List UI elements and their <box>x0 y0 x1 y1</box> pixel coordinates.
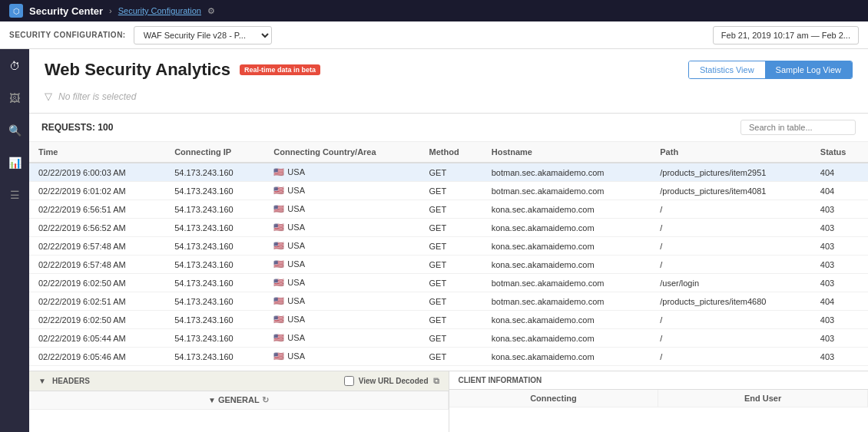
client-title-bar: CLIENT INFORMATION <box>449 371 869 390</box>
client-col2: End User <box>658 390 868 407</box>
cell-time: 02/22/2019 6:57:48 AM <box>29 256 165 274</box>
cell-status: 404 <box>811 292 868 311</box>
table-header-bar: REQUESTS: 100 <box>29 114 868 142</box>
table-head: Time Connecting IP Connecting Country/Ar… <box>29 142 868 163</box>
cell-status: 404 <box>811 163 868 182</box>
cell-status: 403 <box>811 237 868 256</box>
cell-country: 🇺🇸USA <box>264 200 419 219</box>
cell-ip[interactable]: 54.173.243.160 <box>165 219 264 237</box>
cell-ip[interactable]: 54.173.243.160 <box>165 292 264 311</box>
cell-status: 403 <box>811 311 868 329</box>
cell-ip[interactable]: 54.173.243.160 <box>165 329 264 348</box>
cell-method: GET <box>420 348 482 366</box>
table-row[interactable]: 02/22/2019 6:05:44 AM 54.173.243.160 🇺🇸U… <box>29 329 868 348</box>
sidebar-icon-search[interactable]: 🔍 <box>5 121 24 140</box>
cell-hostname: kona.sec.akamaidemo.com <box>482 329 651 348</box>
headers-title-bar: ▼ HEADERS View URL Decoded ⧉ <box>29 371 449 391</box>
cell-time: 02/22/2019 6:01:02 AM <box>29 182 165 200</box>
cell-method: GET <box>420 200 482 219</box>
cell-ip[interactable]: 54.173.243.160 <box>165 311 264 329</box>
table-row[interactable]: 02/22/2019 6:56:52 AM 54.173.243.160 🇺🇸U… <box>29 219 868 237</box>
cell-time: 02/22/2019 6:02:51 AM <box>29 292 165 311</box>
client-sub-row: Connecting End User <box>449 390 869 407</box>
cell-ip[interactable]: 54.173.243.160 <box>165 274 264 292</box>
table-row[interactable]: 02/22/2019 6:57:48 AM 54.173.243.160 🇺🇸U… <box>29 256 868 274</box>
data-table: Time Connecting IP Connecting Country/Ar… <box>29 142 868 366</box>
cell-hostname: botman.sec.akamaidemo.com <box>482 182 651 200</box>
cell-country: 🇺🇸USA <box>264 219 419 237</box>
sidebar-icon-image[interactable]: 🖼 <box>5 89 24 107</box>
general-chevron-icon: ▼ <box>208 396 216 404</box>
cell-country: 🇺🇸USA <box>264 256 419 274</box>
table-search-input[interactable] <box>740 120 856 135</box>
filter-icon: ▽ <box>45 91 52 102</box>
cell-ip[interactable]: 54.173.243.160 <box>165 237 264 256</box>
sample-log-view-btn[interactable]: Sample Log View <box>765 61 852 78</box>
cell-hostname: kona.sec.akamaidemo.com <box>482 237 651 256</box>
table-row[interactable]: 02/22/2019 6:56:51 AM 54.173.243.160 🇺🇸U… <box>29 200 868 219</box>
nav-sub-link[interactable]: Security Configuration <box>118 6 201 15</box>
cell-method: GET <box>420 219 482 237</box>
cell-country: 🇺🇸USA <box>264 348 419 366</box>
cell-status: 403 <box>811 200 868 219</box>
table-row[interactable]: 02/22/2019 6:02:50 AM 54.173.243.160 🇺🇸U… <box>29 274 868 292</box>
cell-method: GET <box>420 256 482 274</box>
col-country: Connecting Country/Area <box>264 142 419 163</box>
content-area: Web Security Analytics Real-time data in… <box>29 49 868 432</box>
table-row[interactable]: 02/22/2019 6:02:51 AM 54.173.243.160 🇺🇸U… <box>29 292 868 311</box>
cell-country: 🇺🇸USA <box>264 292 419 311</box>
cell-ip[interactable]: 54.173.243.160 <box>165 256 264 274</box>
cell-country: 🇺🇸USA <box>264 237 419 256</box>
url-decoded-checkbox[interactable] <box>344 376 354 386</box>
nav-link-symbol: ⚙ <box>207 6 215 16</box>
cell-ip[interactable]: 54.173.243.160 <box>165 182 264 200</box>
copy-icon[interactable]: ⧉ <box>433 376 439 386</box>
table-section: REQUESTS: 100 Time Connecting IP Connect… <box>29 114 868 371</box>
refresh-icon[interactable]: ↻ <box>262 395 269 404</box>
cell-hostname: kona.sec.akamaidemo.com <box>482 348 651 366</box>
sidebar-icon-list[interactable]: ☰ <box>5 186 24 204</box>
page-title: Web Security Analytics <box>45 60 230 80</box>
cell-ip[interactable]: 54.173.243.160 <box>165 348 264 366</box>
table-row[interactable]: 02/22/2019 6:00:03 AM 54.173.243.160 🇺🇸U… <box>29 163 868 182</box>
col-time: Time <box>29 142 165 163</box>
cell-country: 🇺🇸USA <box>264 311 419 329</box>
cell-hostname: botman.sec.akamaidemo.com <box>482 163 651 182</box>
table-wrapper: Time Connecting IP Connecting Country/Ar… <box>29 142 868 371</box>
table-row[interactable]: 02/22/2019 6:02:50 AM 54.173.243.160 🇺🇸U… <box>29 311 868 329</box>
cell-path: / <box>651 311 811 329</box>
cell-path: / <box>651 237 811 256</box>
config-bar: SECURITY CONFIGURATION: WAF Security Fil… <box>0 21 868 49</box>
col-connecting-ip: Connecting IP <box>165 142 264 163</box>
cell-hostname: kona.sec.akamaidemo.com <box>482 200 651 219</box>
cell-country: 🇺🇸USA <box>264 274 419 292</box>
url-decoded-row: View URL Decoded ⧉ <box>344 376 439 386</box>
cell-hostname: botman.sec.akamaidemo.com <box>482 274 651 292</box>
general-row: ▼ GENERAL ↻ <box>29 391 449 410</box>
statistics-view-btn[interactable]: Statistics View <box>689 61 765 78</box>
table-header-row: Time Connecting IP Connecting Country/Ar… <box>29 142 868 163</box>
table-row[interactable]: 02/22/2019 6:05:46 AM 54.173.243.160 🇺🇸U… <box>29 348 868 366</box>
date-range[interactable]: Feb 21, 2019 10:17 am — Feb 2... <box>713 26 859 45</box>
view-toggle: Statistics View Sample Log View <box>688 61 853 79</box>
cell-status: 403 <box>811 348 868 366</box>
cell-path: /user/login <box>651 274 811 292</box>
cell-method: GET <box>420 237 482 256</box>
col-method: Method <box>420 142 482 163</box>
table-row[interactable]: 02/22/2019 6:01:02 AM 54.173.243.160 🇺🇸U… <box>29 182 868 200</box>
cell-path: / <box>651 348 811 366</box>
cell-time: 02/22/2019 6:05:46 AM <box>29 348 165 366</box>
cell-ip[interactable]: 54.173.243.160 <box>165 200 264 219</box>
cell-hostname: kona.sec.akamaidemo.com <box>482 256 651 274</box>
sidebar-icon-timer[interactable]: ⏱ <box>5 57 24 75</box>
general-label: ▼ GENERAL ↻ <box>29 391 449 409</box>
config-select[interactable]: WAF Security File v28 - P... <box>134 26 272 45</box>
cell-method: GET <box>420 274 482 292</box>
client-col1: Connecting <box>449 390 659 407</box>
headers-title: HEADERS <box>52 377 90 385</box>
col-path: Path <box>651 142 811 163</box>
table-row[interactable]: 02/22/2019 6:57:48 AM 54.173.243.160 🇺🇸U… <box>29 237 868 256</box>
cell-hostname: botman.sec.akamaidemo.com <box>482 292 651 311</box>
sidebar-icon-chart[interactable]: 📊 <box>5 153 24 172</box>
cell-ip[interactable]: 54.173.243.160 <box>165 163 264 182</box>
